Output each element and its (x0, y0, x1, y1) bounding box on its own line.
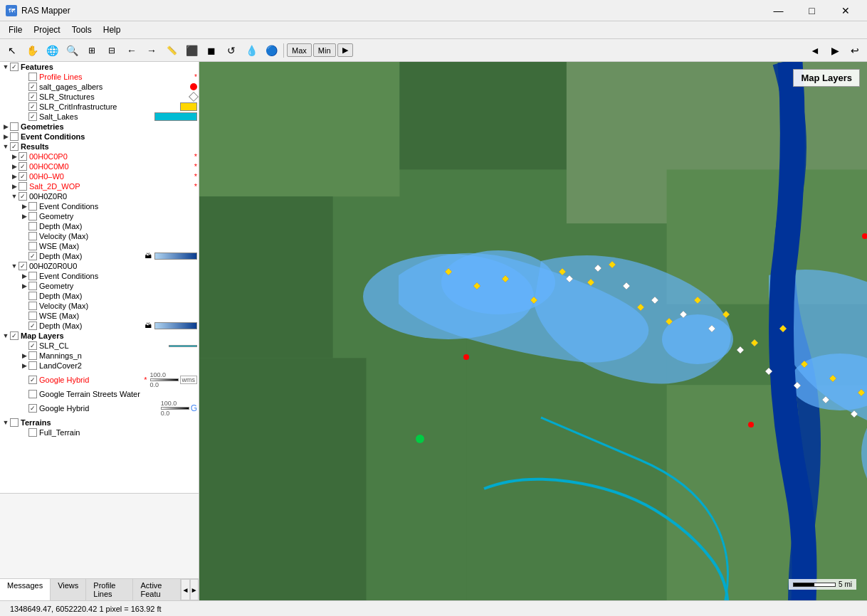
minimize-button[interactable]: — (762, 0, 794, 21)
google-terrain-checkbox[interactable] (28, 390, 37, 398)
menu-tools[interactable]: Tools (66, 23, 98, 37)
min-button[interactable]: Min (313, 43, 336, 57)
r6-depth-checked-item[interactable]: Depth (Max) 🏔 (0, 321, 199, 331)
google-hybrid2-row[interactable]: Google Hybrid 100.0 0.0 G (20, 399, 199, 418)
result3-expander[interactable]: ▶ (10, 172, 19, 181)
map-layers-checkbox[interactable] (10, 331, 19, 340)
r6-depth-checked-checkbox[interactable] (28, 322, 37, 330)
event-conditions-expander[interactable]: ▶ (1, 132, 10, 141)
results-group[interactable]: ▼ Results (0, 142, 199, 152)
r6-event-checkbox[interactable] (28, 272, 37, 280)
r6-depth-checkbox[interactable] (28, 292, 37, 300)
result6-checkbox[interactable] (19, 262, 27, 270)
result2-item[interactable]: ▶ 00H0C0M0 * (0, 161, 199, 171)
google-hybrid1-item[interactable]: Google Hybrid * 100.0 0.0 wms (0, 371, 199, 389)
select-tool[interactable]: ↖ (3, 41, 21, 60)
salt-gages-checkbox[interactable] (28, 83, 37, 91)
circle-tool[interactable]: 🔵 (262, 41, 280, 60)
google-hybrid1-row[interactable]: Google Hybrid * 100.0 0.0 wms (20, 371, 199, 389)
menu-help[interactable]: Help (98, 23, 127, 37)
result1-item[interactable]: ▶ 00H0C0P0 * (0, 152, 199, 161)
zoom-extent-tool[interactable]: ⊞ (83, 41, 101, 60)
globe-tool[interactable]: 🌐 (43, 41, 61, 60)
r5-depth-item[interactable]: Depth (Max) (0, 221, 199, 231)
google-hybrid2-item[interactable]: Google Hybrid 100.0 0.0 G (0, 399, 199, 418)
result4-checkbox[interactable] (19, 182, 27, 191)
r5-wse-item[interactable]: WSE (Max) (0, 241, 199, 251)
result5-item[interactable]: ▼ 00H0Z0R0 (0, 191, 199, 201)
geometries-group[interactable]: ▶ Geometries (0, 122, 199, 132)
geometries-checkbox[interactable] (10, 122, 19, 131)
features-checkbox[interactable] (10, 63, 19, 71)
r6-velocity-item[interactable]: Velocity (Max) (0, 301, 199, 311)
r5-velocity-checkbox[interactable] (28, 232, 37, 240)
salt-lakes-item[interactable]: Salt_Lakes (0, 112, 199, 122)
nav-left[interactable]: ◄ (806, 41, 824, 60)
salt-lakes-checkbox[interactable] (28, 112, 37, 121)
result3-item[interactable]: ▶ 00H0–W0 * (0, 171, 199, 181)
draw-rect-tool[interactable]: ⬛ (182, 41, 201, 60)
r5-depth-checked-checkbox[interactable] (28, 252, 37, 260)
full-terrain-item[interactable]: Full_Terrain (0, 428, 199, 437)
result2-checkbox[interactable] (19, 162, 27, 171)
result6-item[interactable]: ▼ 00H0Z0R0U0 (0, 261, 199, 271)
landcover-item[interactable]: ▶ LandCover2 (0, 361, 199, 371)
menu-file[interactable]: File (3, 23, 28, 37)
max-button[interactable]: Max (287, 43, 312, 57)
salt-gages-item[interactable]: salt_gages_albers (0, 82, 199, 92)
result6-expander[interactable]: ▼ (10, 262, 19, 270)
result1-expander[interactable]: ▶ (10, 152, 19, 161)
r6-depth-item[interactable]: Depth (Max) (0, 291, 199, 301)
terrains-expander[interactable]: ▼ (1, 418, 10, 427)
terrains-group[interactable]: ▼ Terrains (0, 418, 199, 428)
google-hybrid2-checkbox[interactable] (28, 404, 37, 413)
results-checkbox[interactable] (10, 142, 19, 151)
r5-depth-checkbox[interactable] (28, 222, 37, 230)
measure-tool[interactable]: 📏 (162, 41, 181, 60)
r5-event-item[interactable]: ▶ Event Conditions (0, 201, 199, 211)
event-conditions-checkbox[interactable] (10, 132, 19, 141)
mannings-expander[interactable]: ▶ (20, 351, 28, 360)
profile-lines-checkbox[interactable] (28, 73, 37, 81)
slr-crit-item[interactable]: SLR_CritInfrastructure (0, 102, 199, 112)
tab-nav-right[interactable]: ► (190, 579, 199, 600)
nav-right[interactable]: ↩ (846, 41, 864, 60)
r6-wse-checkbox[interactable] (28, 312, 37, 320)
r6-velocity-checkbox[interactable] (28, 302, 37, 310)
map-layers-group[interactable]: ▼ Map Layers (0, 331, 199, 341)
forward-tool[interactable]: → (142, 41, 161, 60)
result3-checkbox[interactable] (19, 172, 27, 181)
full-terrain-checkbox[interactable] (28, 428, 37, 437)
results-expander[interactable]: ▼ (1, 142, 10, 151)
play-button[interactable]: ▶ (337, 43, 353, 57)
zoom-in-tool[interactable]: 🔍 (63, 41, 81, 60)
terrains-checkbox[interactable] (10, 418, 19, 427)
r5-geometry-expander[interactable]: ▶ (20, 212, 28, 221)
result4-item[interactable]: ▶ Salt_2D_WOP * (0, 181, 199, 191)
r6-event-item[interactable]: ▶ Event Conditions (0, 271, 199, 281)
r5-geometry-item[interactable]: ▶ Geometry (0, 211, 199, 221)
geometries-expander[interactable]: ▶ (1, 122, 10, 131)
r6-wse-item[interactable]: WSE (Max) (0, 311, 199, 321)
profile-lines-item[interactable]: Profile Lines * (0, 72, 199, 82)
zoom-out-tool[interactable]: ⊟ (103, 41, 121, 60)
r5-wse-checkbox[interactable] (28, 242, 37, 250)
result5-expander[interactable]: ▼ (10, 192, 19, 201)
maximize-button[interactable]: □ (796, 0, 828, 21)
map-layers-expander[interactable]: ▼ (1, 331, 10, 340)
slr-cl-checkbox[interactable] (28, 341, 37, 350)
r5-event-checkbox[interactable] (28, 202, 37, 211)
mannings-item[interactable]: ▶ Mannings_n (0, 351, 199, 361)
features-expander[interactable]: ▼ (1, 63, 10, 71)
result4-expander[interactable]: ▶ (10, 182, 19, 191)
pan-tool[interactable]: ✋ (23, 41, 41, 60)
r5-geometry-checkbox[interactable] (28, 212, 37, 221)
event-conditions-group[interactable]: ▶ Event Conditions (0, 132, 199, 142)
refresh-tool[interactable]: ↺ (222, 41, 241, 60)
slr-structures-checkbox[interactable] (28, 92, 37, 101)
r6-geometry-checkbox[interactable] (28, 282, 37, 290)
nav-play[interactable]: ▶ (826, 41, 844, 60)
r5-event-expander[interactable]: ▶ (20, 202, 28, 211)
r5-depth-checked-item[interactable]: Depth (Max) 🏔 (0, 251, 199, 261)
tab-profile-lines[interactable]: Profile Lines (86, 579, 133, 600)
